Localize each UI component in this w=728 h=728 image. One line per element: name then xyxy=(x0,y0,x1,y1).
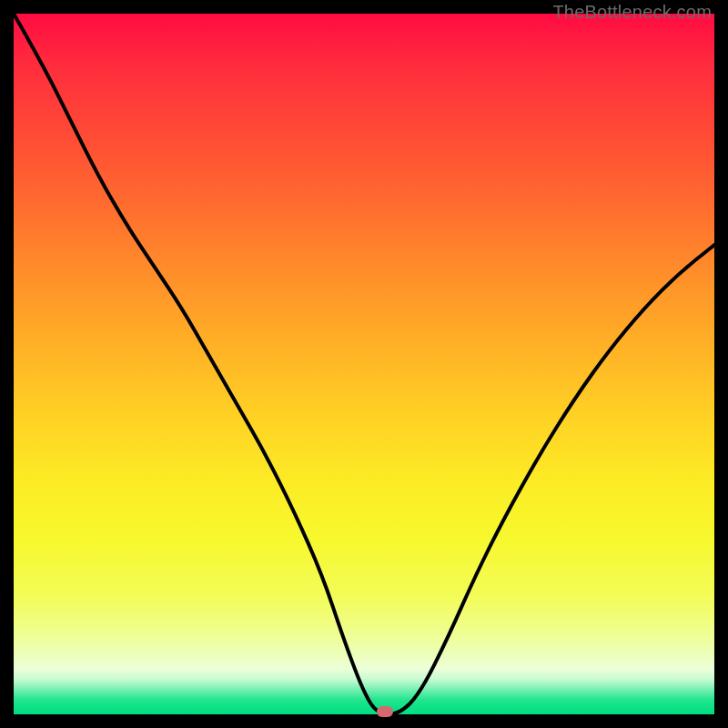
optimal-point-marker xyxy=(377,706,393,717)
chart-frame xyxy=(14,14,714,714)
bottleneck-curve xyxy=(14,14,714,714)
watermark-text: TheBottleneck.com xyxy=(552,2,712,23)
